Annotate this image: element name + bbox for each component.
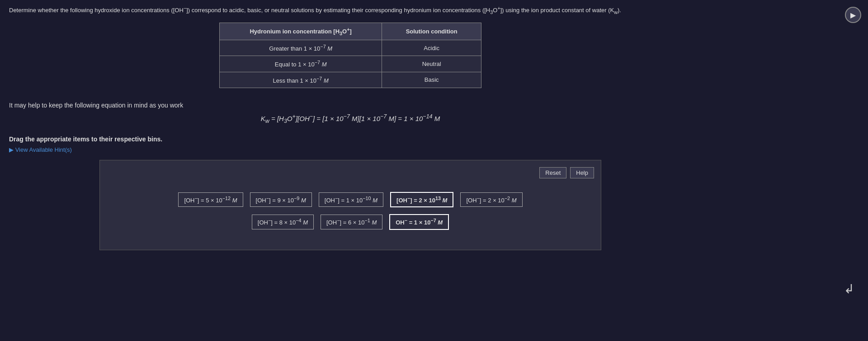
drag-item-8[interactable]: OH− = 1 × 10−7 M: [389, 214, 449, 229]
drag-item-3[interactable]: [OH−] = 1 × 10−10 M: [319, 192, 383, 207]
equation-section: It may help to keep the following equati…: [9, 102, 692, 129]
hint-link[interactable]: View Available Hint(s): [9, 146, 692, 153]
help-button[interactable]: Help: [570, 167, 594, 178]
intro-text: Determine whether the following hydroxid…: [9, 5, 692, 16]
drag-item-5[interactable]: [OH−] = 2 × 10−2 M: [460, 192, 522, 207]
equation-display: Kw = [H3O+][OH−] = [1 × 10−7 M][1 × 10−7…: [9, 113, 692, 124]
drag-item-6[interactable]: [OH−] = 8 × 10−4 M: [252, 215, 314, 229]
drag-items-row-2: [OH−] = 8 × 10−4 M [OH−] = 6 × 10−1 M OH…: [107, 214, 594, 229]
table-cell-condition: Equal to 1 × 10−7 M: [220, 56, 382, 72]
table-row: Greater than 1 × 10−7 M Acidic: [220, 40, 481, 56]
drag-items-row-1: [OH−] = 5 × 10−12 M [OH−] = 9 × 10−9 M […: [107, 192, 594, 207]
table-cell-label-acidic: Acidic: [382, 40, 481, 56]
play-button[interactable]: ▶: [845, 7, 861, 23]
hint-text: It may help to keep the following equati…: [9, 102, 692, 109]
reset-button[interactable]: Reset: [539, 167, 566, 178]
drag-item-7[interactable]: [OH−] = 6 × 10−1 M: [321, 215, 382, 229]
table-cell-label-neutral: Neutral: [382, 56, 481, 72]
table-cell-condition: Less than 1 × 10−7 M: [220, 72, 382, 88]
table-cell-condition: Greater than 1 × 10−7 M: [220, 40, 382, 56]
table-cell-label-basic: Basic: [382, 72, 481, 88]
drag-area: Reset Help [OH−] = 5 × 10−12 M [OH−] = 9…: [99, 160, 601, 250]
drag-item-2[interactable]: [OH−] = 9 × 10−9 M: [250, 192, 312, 207]
table-row: Equal to 1 × 10−7 M Neutral: [220, 56, 481, 72]
table-col2-header: Solution condition: [382, 23, 481, 40]
table-row: Less than 1 × 10−7 M Basic: [220, 72, 481, 88]
cursor-arrow: ↱: [844, 281, 854, 296]
drag-item-4[interactable]: [OH−] = 2 × 1013 M: [390, 192, 453, 207]
table-col1-header: Hydronium ion concentration [H3O+]: [220, 23, 382, 40]
reference-table: Hydronium ion concentration [H3O+] Solut…: [219, 23, 481, 88]
drag-item-1[interactable]: [OH−] = 5 × 10−12 M: [178, 192, 243, 207]
drag-instructions: Drag the appropriate items to their resp…: [9, 135, 692, 143]
drag-area-controls: Reset Help: [107, 167, 594, 178]
